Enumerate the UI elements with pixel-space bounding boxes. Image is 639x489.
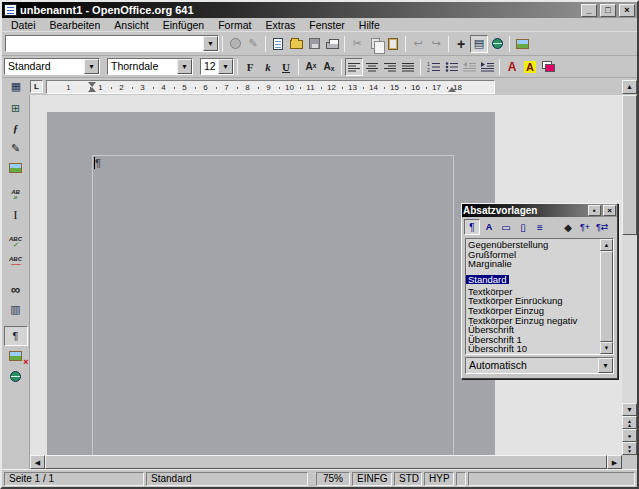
url-dropdown-button[interactable]: ▼ bbox=[203, 36, 218, 51]
data-sources-button[interactable]: ▥ bbox=[4, 299, 28, 319]
highlighting-button[interactable]: A bbox=[521, 58, 539, 76]
stylist-dock-button[interactable]: ▪ bbox=[588, 205, 601, 216]
style-list-scrollbar[interactable]: ▲ ▼ bbox=[600, 239, 613, 354]
style-list-scroll-down[interactable]: ▼ bbox=[600, 342, 613, 354]
new-document-button[interactable] bbox=[269, 35, 287, 53]
gallery-button[interactable] bbox=[513, 35, 531, 53]
superscript-icon: Aˣ bbox=[306, 61, 317, 72]
right-indent-marker[interactable] bbox=[448, 87, 456, 92]
stylist-button[interactable]: ▤ bbox=[470, 35, 488, 53]
style-filter-dropdown-button[interactable]: ▼ bbox=[598, 358, 613, 373]
numbering-button[interactable]: ​12 bbox=[424, 58, 442, 76]
update-style-button[interactable]: ¶⇄ bbox=[594, 219, 610, 235]
justify-button[interactable] bbox=[399, 58, 417, 76]
style-list-item[interactable]: Marginalie bbox=[466, 259, 600, 269]
insert-table-button[interactable]: ▦ bbox=[7, 78, 25, 96]
minimize-button[interactable]: _ bbox=[581, 4, 597, 17]
status-page[interactable]: Seite 1 / 1 bbox=[4, 472, 144, 486]
superscript-button[interactable]: Aˣ bbox=[302, 58, 320, 76]
previous-page-button[interactable]: ▲▲ bbox=[622, 416, 637, 429]
left-indent-marker[interactable] bbox=[88, 87, 96, 92]
open-document-button[interactable] bbox=[287, 35, 305, 53]
menu-item[interactable]: Extras bbox=[258, 19, 302, 31]
style-list-scroll-up[interactable]: ▲ bbox=[600, 239, 613, 251]
scroll-right-button[interactable]: ▶ bbox=[607, 455, 622, 469]
font-color-button[interactable]: A bbox=[503, 58, 521, 76]
navigator-button[interactable]: + bbox=[452, 35, 470, 53]
align-right-button[interactable] bbox=[381, 58, 399, 76]
horizontal-scrollbar[interactable]: ◀ ▶ bbox=[30, 455, 622, 469]
close-button[interactable]: × bbox=[619, 4, 635, 17]
align-center-button[interactable] bbox=[363, 58, 381, 76]
menu-item[interactable]: Ansicht bbox=[107, 19, 155, 31]
horizontal-ruler[interactable]: 1 123456789101112131415161718 bbox=[46, 80, 495, 94]
spellcheck-button[interactable]: ABC✓ bbox=[4, 232, 28, 252]
style-list-item[interactable]: Standard bbox=[466, 275, 509, 285]
bullets-button[interactable] bbox=[442, 58, 460, 76]
italic-button[interactable]: k bbox=[259, 58, 277, 76]
underline-button[interactable]: U bbox=[277, 58, 295, 76]
menu-item[interactable]: Datei bbox=[4, 19, 43, 31]
style-list[interactable]: GegenüberstellungGrußformelMarginalieSta… bbox=[466, 239, 600, 354]
bold-button[interactable]: F bbox=[241, 58, 259, 76]
page-styles-button[interactable]: ▯ bbox=[515, 219, 531, 235]
character-styles-button[interactable]: A bbox=[481, 219, 497, 235]
autotext-button[interactable]: AB» bbox=[4, 185, 28, 205]
status-insert-mode[interactable]: EINFG bbox=[352, 472, 392, 486]
scroll-left-button[interactable]: ◀ bbox=[30, 455, 45, 469]
document-page[interactable]: ¶ bbox=[47, 112, 495, 455]
draw-functions-button[interactable]: ✎ bbox=[4, 138, 28, 158]
graphics-on-off-button[interactable]: × bbox=[4, 346, 28, 366]
menu-item[interactable]: Format bbox=[211, 19, 258, 31]
align-left-button[interactable] bbox=[345, 58, 363, 76]
paragraph-styles-button[interactable]: ¶ bbox=[464, 219, 480, 235]
new-style-from-selection-button[interactable]: ¶+ bbox=[577, 219, 593, 235]
style-list-scroll-thumb[interactable] bbox=[600, 251, 613, 342]
insert-objects-button[interactable] bbox=[4, 158, 28, 178]
font-size-combobox[interactable]: 12 ▼ bbox=[200, 58, 234, 75]
increase-indent-button[interactable] bbox=[478, 58, 496, 76]
direct-cursor-button[interactable]: I bbox=[4, 205, 28, 225]
online-layout-button[interactable] bbox=[4, 366, 28, 386]
status-hyperlink-mode[interactable]: HYP bbox=[424, 472, 454, 486]
insert-button[interactable]: ⊞ bbox=[4, 98, 28, 118]
auto-spellcheck-button[interactable]: ABC~~~ bbox=[4, 252, 28, 272]
menu-item[interactable]: Fenster bbox=[302, 19, 352, 31]
maximize-button[interactable]: □ bbox=[600, 4, 616, 17]
background-color-button[interactable] bbox=[539, 58, 557, 76]
tab-type-selector[interactable]: L bbox=[30, 80, 43, 93]
subscript-button[interactable]: Aₓ bbox=[320, 58, 338, 76]
next-page-button[interactable]: ▼▼ bbox=[622, 442, 637, 455]
status-selection-mode[interactable]: STD bbox=[394, 472, 422, 486]
paragraph-style-combobox[interactable]: Standard ▼ bbox=[4, 58, 100, 75]
print-document-button[interactable] bbox=[323, 35, 341, 53]
style-filter-combobox[interactable]: Automatisch ▼ bbox=[465, 357, 614, 374]
window-titlebar[interactable]: unbenannt1 - OpenOffice.org 641 _ □ × bbox=[2, 2, 637, 18]
status-zoom[interactable]: 75% bbox=[316, 472, 350, 486]
stylist-close-button[interactable]: × bbox=[603, 205, 616, 216]
menu-item[interactable]: Hilfe bbox=[352, 19, 387, 31]
url-combobox[interactable]: ▼ bbox=[5, 35, 219, 52]
size-dropdown-button[interactable]: ▼ bbox=[218, 59, 233, 74]
status-page-style[interactable]: Standard bbox=[146, 472, 308, 486]
font-name-combobox[interactable]: Thorndale ▼ bbox=[107, 58, 193, 75]
horizontal-scrollbar-thumb[interactable] bbox=[45, 455, 607, 469]
numbering-styles-button[interactable]: ≡ bbox=[532, 219, 548, 235]
navigation-button[interactable]: ● bbox=[622, 429, 637, 442]
frame-styles-button[interactable]: ▭ bbox=[498, 219, 514, 235]
insert-fields-button[interactable]: ƒ bbox=[4, 118, 28, 138]
url-input[interactable] bbox=[6, 36, 203, 51]
scroll-down-button[interactable]: ▼ bbox=[622, 403, 637, 416]
nonprinting-characters-button[interactable]: ¶ bbox=[4, 326, 28, 346]
font-dropdown-button[interactable]: ▼ bbox=[177, 59, 192, 74]
scroll-up-button[interactable]: ▲ bbox=[622, 80, 637, 94]
fill-format-mode-button[interactable]: ◆ bbox=[560, 219, 576, 235]
style-dropdown-button[interactable]: ▼ bbox=[84, 59, 99, 74]
find-replace-button[interactable]: ∞ bbox=[4, 279, 28, 299]
hyperlink-dialog-button[interactable] bbox=[488, 35, 506, 53]
menu-item[interactable]: Bearbeiten bbox=[43, 19, 108, 31]
menu-item[interactable]: Einfügen bbox=[156, 19, 211, 31]
stylist-titlebar[interactable]: Absatzvorlagen ▪ × bbox=[462, 204, 617, 217]
vertical-scrollbar[interactable]: ▼ ▲▲ ● ▼▼ bbox=[622, 95, 637, 455]
vertical-scrollbar-thumb[interactable] bbox=[622, 95, 637, 235]
